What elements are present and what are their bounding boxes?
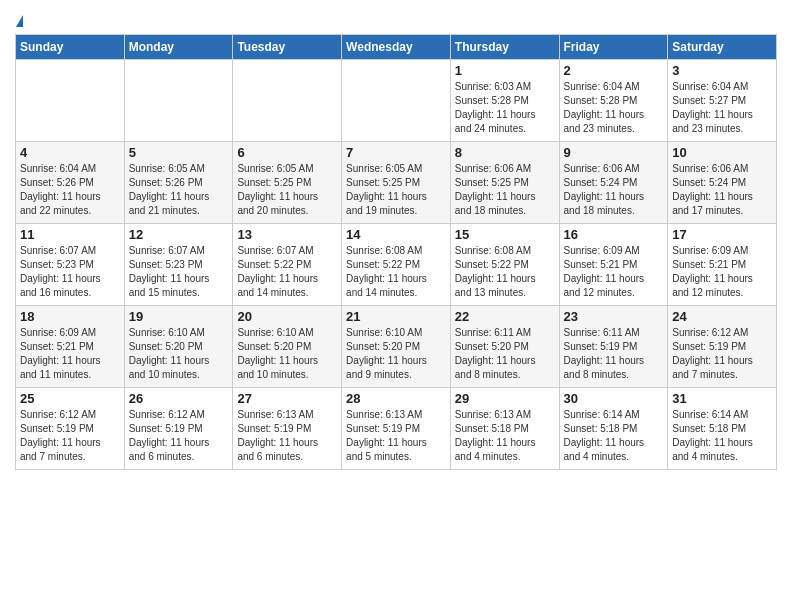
day-cell: 8Sunrise: 6:06 AM Sunset: 5:25 PM Daylig… xyxy=(450,141,559,223)
day-number: 26 xyxy=(129,391,229,406)
day-number: 15 xyxy=(455,227,555,242)
day-cell xyxy=(124,59,233,141)
day-number: 4 xyxy=(20,145,120,160)
day-info: Sunrise: 6:06 AM Sunset: 5:24 PM Dayligh… xyxy=(672,162,772,218)
day-number: 30 xyxy=(564,391,664,406)
day-cell: 23Sunrise: 6:11 AM Sunset: 5:19 PM Dayli… xyxy=(559,305,668,387)
col-header-sunday: Sunday xyxy=(16,34,125,59)
day-info: Sunrise: 6:12 AM Sunset: 5:19 PM Dayligh… xyxy=(129,408,229,464)
day-number: 20 xyxy=(237,309,337,324)
page-container: SundayMondayTuesdayWednesdayThursdayFrid… xyxy=(0,0,792,480)
day-info: Sunrise: 6:13 AM Sunset: 5:19 PM Dayligh… xyxy=(346,408,446,464)
day-info: Sunrise: 6:07 AM Sunset: 5:23 PM Dayligh… xyxy=(20,244,120,300)
day-cell: 29Sunrise: 6:13 AM Sunset: 5:18 PM Dayli… xyxy=(450,387,559,469)
day-cell: 20Sunrise: 6:10 AM Sunset: 5:20 PM Dayli… xyxy=(233,305,342,387)
day-number: 27 xyxy=(237,391,337,406)
day-number: 22 xyxy=(455,309,555,324)
day-cell: 13Sunrise: 6:07 AM Sunset: 5:22 PM Dayli… xyxy=(233,223,342,305)
day-info: Sunrise: 6:05 AM Sunset: 5:26 PM Dayligh… xyxy=(129,162,229,218)
day-number: 14 xyxy=(346,227,446,242)
day-cell: 2Sunrise: 6:04 AM Sunset: 5:28 PM Daylig… xyxy=(559,59,668,141)
week-row-1: 1Sunrise: 6:03 AM Sunset: 5:28 PM Daylig… xyxy=(16,59,777,141)
day-number: 2 xyxy=(564,63,664,78)
day-cell: 19Sunrise: 6:10 AM Sunset: 5:20 PM Dayli… xyxy=(124,305,233,387)
day-number: 24 xyxy=(672,309,772,324)
logo xyxy=(15,10,23,30)
day-info: Sunrise: 6:04 AM Sunset: 5:27 PM Dayligh… xyxy=(672,80,772,136)
col-header-tuesday: Tuesday xyxy=(233,34,342,59)
col-header-thursday: Thursday xyxy=(450,34,559,59)
day-info: Sunrise: 6:09 AM Sunset: 5:21 PM Dayligh… xyxy=(564,244,664,300)
day-number: 7 xyxy=(346,145,446,160)
day-cell: 18Sunrise: 6:09 AM Sunset: 5:21 PM Dayli… xyxy=(16,305,125,387)
day-cell: 12Sunrise: 6:07 AM Sunset: 5:23 PM Dayli… xyxy=(124,223,233,305)
day-cell: 21Sunrise: 6:10 AM Sunset: 5:20 PM Dayli… xyxy=(342,305,451,387)
day-info: Sunrise: 6:10 AM Sunset: 5:20 PM Dayligh… xyxy=(237,326,337,382)
day-number: 21 xyxy=(346,309,446,324)
logo-triangle-icon xyxy=(16,15,23,27)
day-cell: 25Sunrise: 6:12 AM Sunset: 5:19 PM Dayli… xyxy=(16,387,125,469)
day-info: Sunrise: 6:08 AM Sunset: 5:22 PM Dayligh… xyxy=(346,244,446,300)
day-cell: 22Sunrise: 6:11 AM Sunset: 5:20 PM Dayli… xyxy=(450,305,559,387)
day-cell: 24Sunrise: 6:12 AM Sunset: 5:19 PM Dayli… xyxy=(668,305,777,387)
day-cell: 27Sunrise: 6:13 AM Sunset: 5:19 PM Dayli… xyxy=(233,387,342,469)
day-cell: 7Sunrise: 6:05 AM Sunset: 5:25 PM Daylig… xyxy=(342,141,451,223)
day-cell xyxy=(233,59,342,141)
day-cell: 9Sunrise: 6:06 AM Sunset: 5:24 PM Daylig… xyxy=(559,141,668,223)
day-info: Sunrise: 6:14 AM Sunset: 5:18 PM Dayligh… xyxy=(564,408,664,464)
week-row-3: 11Sunrise: 6:07 AM Sunset: 5:23 PM Dayli… xyxy=(16,223,777,305)
col-header-monday: Monday xyxy=(124,34,233,59)
day-number: 11 xyxy=(20,227,120,242)
day-number: 28 xyxy=(346,391,446,406)
day-cell: 5Sunrise: 6:05 AM Sunset: 5:26 PM Daylig… xyxy=(124,141,233,223)
day-info: Sunrise: 6:08 AM Sunset: 5:22 PM Dayligh… xyxy=(455,244,555,300)
day-number: 23 xyxy=(564,309,664,324)
calendar-table: SundayMondayTuesdayWednesdayThursdayFrid… xyxy=(15,34,777,470)
day-number: 12 xyxy=(129,227,229,242)
day-info: Sunrise: 6:09 AM Sunset: 5:21 PM Dayligh… xyxy=(20,326,120,382)
day-cell: 11Sunrise: 6:07 AM Sunset: 5:23 PM Dayli… xyxy=(16,223,125,305)
day-cell: 1Sunrise: 6:03 AM Sunset: 5:28 PM Daylig… xyxy=(450,59,559,141)
day-cell xyxy=(16,59,125,141)
day-cell: 15Sunrise: 6:08 AM Sunset: 5:22 PM Dayli… xyxy=(450,223,559,305)
day-info: Sunrise: 6:05 AM Sunset: 5:25 PM Dayligh… xyxy=(237,162,337,218)
day-number: 13 xyxy=(237,227,337,242)
day-number: 16 xyxy=(564,227,664,242)
day-info: Sunrise: 6:05 AM Sunset: 5:25 PM Dayligh… xyxy=(346,162,446,218)
day-info: Sunrise: 6:13 AM Sunset: 5:18 PM Dayligh… xyxy=(455,408,555,464)
day-number: 29 xyxy=(455,391,555,406)
col-header-friday: Friday xyxy=(559,34,668,59)
week-row-4: 18Sunrise: 6:09 AM Sunset: 5:21 PM Dayli… xyxy=(16,305,777,387)
day-info: Sunrise: 6:03 AM Sunset: 5:28 PM Dayligh… xyxy=(455,80,555,136)
day-cell: 30Sunrise: 6:14 AM Sunset: 5:18 PM Dayli… xyxy=(559,387,668,469)
col-header-wednesday: Wednesday xyxy=(342,34,451,59)
day-info: Sunrise: 6:11 AM Sunset: 5:19 PM Dayligh… xyxy=(564,326,664,382)
day-number: 3 xyxy=(672,63,772,78)
day-cell: 4Sunrise: 6:04 AM Sunset: 5:26 PM Daylig… xyxy=(16,141,125,223)
day-info: Sunrise: 6:10 AM Sunset: 5:20 PM Dayligh… xyxy=(129,326,229,382)
day-number: 8 xyxy=(455,145,555,160)
week-row-5: 25Sunrise: 6:12 AM Sunset: 5:19 PM Dayli… xyxy=(16,387,777,469)
day-cell: 31Sunrise: 6:14 AM Sunset: 5:18 PM Dayli… xyxy=(668,387,777,469)
day-cell: 26Sunrise: 6:12 AM Sunset: 5:19 PM Dayli… xyxy=(124,387,233,469)
logo-top xyxy=(15,10,23,30)
day-info: Sunrise: 6:07 AM Sunset: 5:23 PM Dayligh… xyxy=(129,244,229,300)
col-header-saturday: Saturday xyxy=(668,34,777,59)
day-number: 25 xyxy=(20,391,120,406)
day-info: Sunrise: 6:06 AM Sunset: 5:25 PM Dayligh… xyxy=(455,162,555,218)
day-info: Sunrise: 6:12 AM Sunset: 5:19 PM Dayligh… xyxy=(672,326,772,382)
day-cell: 14Sunrise: 6:08 AM Sunset: 5:22 PM Dayli… xyxy=(342,223,451,305)
day-cell xyxy=(342,59,451,141)
day-info: Sunrise: 6:06 AM Sunset: 5:24 PM Dayligh… xyxy=(564,162,664,218)
day-info: Sunrise: 6:14 AM Sunset: 5:18 PM Dayligh… xyxy=(672,408,772,464)
day-number: 31 xyxy=(672,391,772,406)
day-number: 1 xyxy=(455,63,555,78)
day-cell: 3Sunrise: 6:04 AM Sunset: 5:27 PM Daylig… xyxy=(668,59,777,141)
day-cell: 6Sunrise: 6:05 AM Sunset: 5:25 PM Daylig… xyxy=(233,141,342,223)
day-number: 5 xyxy=(129,145,229,160)
day-info: Sunrise: 6:04 AM Sunset: 5:26 PM Dayligh… xyxy=(20,162,120,218)
day-info: Sunrise: 6:07 AM Sunset: 5:22 PM Dayligh… xyxy=(237,244,337,300)
week-row-2: 4Sunrise: 6:04 AM Sunset: 5:26 PM Daylig… xyxy=(16,141,777,223)
day-cell: 10Sunrise: 6:06 AM Sunset: 5:24 PM Dayli… xyxy=(668,141,777,223)
day-info: Sunrise: 6:12 AM Sunset: 5:19 PM Dayligh… xyxy=(20,408,120,464)
